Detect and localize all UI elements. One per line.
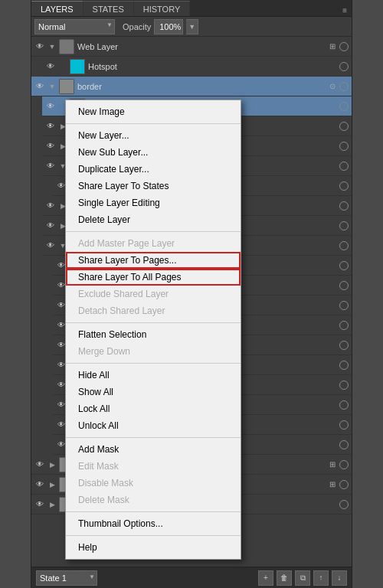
menu-item-share-layer-to-all-pages[interactable]: Share Layer To All Pages	[66, 269, 241, 286]
opacity-input[interactable]	[154, 19, 183, 34]
layer-icons-right	[339, 321, 349, 330]
layer-icons-right: ⊙	[327, 81, 349, 92]
menu-divider	[66, 322, 241, 323]
layer-icons-right	[339, 301, 349, 310]
visibility-toggle[interactable]: 👁	[33, 80, 47, 93]
layer-state-circle	[339, 420, 349, 430]
tab-history[interactable]: HISTORY	[134, 1, 191, 16]
blend-mode-wrapper: Normal Multiply Screen	[34, 19, 115, 34]
layer-state-circle	[339, 42, 349, 51]
menu-item-unlock-all[interactable]: Unlock All	[66, 417, 241, 434]
toolbar-row: Normal Multiply Screen Opacity ▼	[31, 17, 352, 37]
menu-item-flatten-selection[interactable]: Flatten Selection	[66, 326, 241, 343]
layer-state-circle	[339, 122, 349, 131]
menu-item-delete-layer[interactable]: Delete Layer	[66, 211, 241, 228]
delete-layer-button[interactable]: 🗑	[277, 570, 292, 586]
tab-layers[interactable]: LAYERS	[31, 1, 83, 16]
menu-divider	[66, 123, 241, 124]
menu-item-thumbnail-options[interactable]: Thumbnail Options...	[66, 515, 241, 532]
visibility-toggle[interactable]: 👁	[33, 478, 47, 492]
layer-state-circle	[339, 221, 349, 230]
visibility-toggle[interactable]: 👁	[44, 139, 57, 153]
share-icon: ⊙	[327, 81, 338, 92]
layer-icons-right	[339, 201, 349, 211]
visibility-toggle[interactable]: 👁	[33, 40, 47, 54]
layer-icons-right: ⊞	[327, 41, 349, 52]
layer-icons-right	[339, 341, 349, 350]
layer-thumbnail	[59, 39, 74, 54]
menu-item-new-layer[interactable]: New Layer...	[66, 127, 241, 144]
layer-name: Hotspot	[87, 62, 339, 71]
tab-states[interactable]: STATES	[83, 1, 134, 16]
layer-icons-right	[339, 62, 349, 71]
layer-state-circle	[339, 460, 349, 469]
menu-item-single-layer-editing[interactable]: Single Layer Editing	[66, 194, 241, 211]
new-layer-button[interactable]: +	[258, 570, 273, 586]
menu-item-new-sub-layer[interactable]: New Sub Layer...	[66, 144, 241, 161]
expand-arrow[interactable]: ▼	[47, 81, 57, 92]
menu-item-lock-all[interactable]: Lock All	[66, 400, 241, 417]
menu-item-hide-all[interactable]: Hide All	[66, 367, 241, 384]
expand-arrow[interactable]: ▶	[47, 499, 57, 510]
visibility-toggle[interactable]: 👁	[44, 219, 57, 233]
menu-item-new-image[interactable]: New Image	[66, 103, 241, 120]
layer-icons-right	[339, 142, 349, 151]
layer-state-circle	[339, 241, 349, 250]
visibility-toggle[interactable]: 👁	[44, 239, 57, 253]
menu-item-exclude-shared-layer: Exclude Shared Layer	[66, 286, 241, 302]
menu-item-show-all[interactable]: Show All	[66, 384, 241, 400]
layer-icons-right	[339, 261, 349, 270]
panel-menu-button[interactable]: ≡	[338, 5, 352, 16]
visibility-toggle[interactable]: 👁	[44, 100, 57, 113]
visibility-toggle[interactable]: 👁	[44, 199, 57, 213]
expand-arrow[interactable]: ▼	[47, 41, 57, 52]
expand-arrow[interactable]: ▶	[47, 479, 57, 490]
menu-item-add-master-page-layer: Add Master Page Layer	[66, 235, 241, 252]
expand-arrow	[57, 61, 68, 72]
layer-state-circle	[339, 201, 349, 211]
menu-item-share-layer-to-pages[interactable]: Share Layer To Pages...	[66, 252, 241, 269]
layer-row[interactable]: 👁 Hotspot	[42, 57, 352, 77]
layer-icons-right	[339, 122, 349, 131]
status-bar: State 1 + 🗑 ⧉ ↑ ↓	[31, 567, 352, 588]
layer-icons-right	[339, 361, 349, 370]
duplicate-layer-button[interactable]: ⧉	[295, 570, 310, 586]
visibility-toggle[interactable]: 👁	[33, 458, 47, 472]
layer-icons-right: ⊞	[327, 459, 349, 470]
status-icons: + 🗑 ⧉ ↑ ↓	[258, 570, 347, 586]
layer-state-circle	[339, 82, 349, 91]
menu-divider	[66, 437, 241, 438]
move-up-button[interactable]: ↑	[313, 570, 329, 586]
state-select[interactable]: State 1	[36, 570, 97, 586]
visibility-toggle[interactable]: 👁	[44, 60, 57, 74]
layer-state-circle	[339, 102, 349, 111]
opacity-dropdown-button[interactable]: ▼	[186, 19, 198, 34]
visibility-toggle[interactable]: 👁	[44, 119, 57, 133]
layer-icons-right	[339, 400, 349, 410]
layer-state-circle	[339, 361, 349, 370]
menu-item-add-mask[interactable]: Add Mask	[66, 441, 241, 458]
menu-item-duplicate-layer[interactable]: Duplicate Layer...	[66, 161, 241, 178]
layer-icons-right	[339, 500, 349, 509]
share-icon: ⊞	[327, 459, 338, 470]
menu-divider	[66, 231, 241, 232]
menu-item-share-to-states[interactable]: Share Layer To States	[66, 178, 241, 194]
layer-state-circle	[339, 440, 349, 449]
state-select-wrapper: State 1	[36, 570, 97, 586]
expand-arrow[interactable]: ▶	[47, 459, 57, 470]
visibility-toggle[interactable]: 👁	[33, 498, 47, 511]
layer-icons-right	[339, 381, 349, 390]
visibility-toggle[interactable]: 👁	[44, 159, 57, 173]
blend-mode-select[interactable]: Normal Multiply Screen	[34, 19, 115, 34]
layer-state-circle	[339, 381, 349, 390]
layer-state-circle	[339, 181, 349, 191]
menu-item-delete-mask: Delete Mask	[66, 492, 241, 508]
layer-row[interactable]: 👁 ▼ border ⊙	[31, 77, 352, 96]
layer-row[interactable]: 👁 ▼ Web Layer ⊞	[31, 37, 352, 57]
layer-name: Web Layer	[76, 42, 327, 51]
move-down-button[interactable]: ↓	[332, 570, 347, 586]
menu-item-disable-mask: Disable Mask	[66, 475, 241, 492]
menu-item-merge-down: Merge Down	[66, 343, 241, 360]
menu-item-help[interactable]: Help	[66, 539, 241, 556]
layer-state-circle	[339, 62, 349, 71]
